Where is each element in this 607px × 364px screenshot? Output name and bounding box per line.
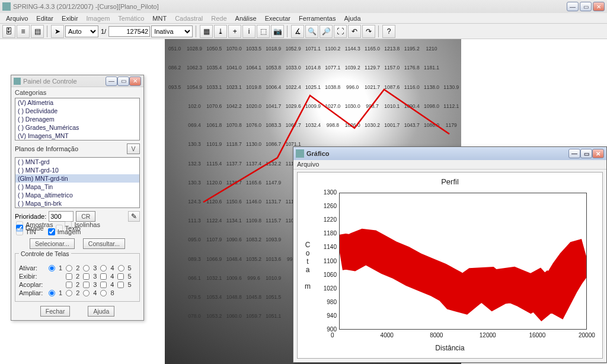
menu-ferramentas[interactable]: Ferramentas [295, 14, 339, 23]
list-item[interactable]: (V) Altimetria [15, 98, 139, 107]
menu-análise[interactable]: Análise [232, 14, 260, 23]
zoom-area-icon[interactable]: ⬚ [257, 25, 270, 38]
anchor-down-icon[interactable]: ⤓ [214, 25, 227, 38]
ampliar-8[interactable] [100, 290, 107, 296]
close-button[interactable]: ✕ [593, 2, 605, 11]
cr-button[interactable]: CR [76, 211, 95, 222]
grid-value: 130.3 [184, 135, 204, 154]
grid-value: 1048.4 [224, 250, 244, 269]
help-icon[interactable]: ? [382, 25, 395, 38]
menu-temático[interactable]: Temático [114, 14, 148, 23]
layers-icon[interactable]: ≡ [17, 25, 30, 38]
list-item[interactable]: (V) Imagens_MNT [15, 132, 139, 140]
acoplar-4[interactable] [100, 282, 107, 288]
grid-value: 1020.0 [244, 97, 263, 116]
grid-value: 1045.8 [244, 288, 263, 306]
acoplar-3[interactable] [83, 282, 90, 288]
info-icon[interactable]: i [242, 25, 255, 38]
ativar-3[interactable] [83, 265, 90, 272]
menu-ajuda[interactable]: Ajuda [340, 14, 364, 23]
grid-value: 1077.1 [323, 58, 343, 77]
list-item[interactable]: ( ) MNT-grd-10 [15, 166, 139, 174]
menu-exibir[interactable]: Exibir [58, 14, 82, 23]
chart-minimize[interactable]: — [568, 149, 580, 158]
zoom-full-icon[interactable]: ⛶ [334, 25, 347, 38]
acoplar-2[interactable] [66, 282, 72, 288]
list-item[interactable]: ( ) Drenagem [15, 115, 139, 123]
undo-icon[interactable]: ↶ [348, 25, 361, 38]
menu-rede[interactable]: Rede [207, 14, 230, 23]
selecionar-button[interactable]: Selecionar... [30, 238, 75, 249]
menu-imagem[interactable]: Imagem [83, 14, 114, 23]
panel-close[interactable]: ✕ [129, 76, 141, 86]
zoom-out-icon[interactable]: 🔎 [320, 25, 333, 38]
grid-icon[interactable]: ▦ [200, 25, 213, 38]
panel-maximize[interactable]: ▭ [117, 76, 129, 86]
ampliar-4[interactable] [83, 290, 90, 296]
measure-icon[interactable]: ∡ [291, 25, 304, 38]
menu-cadastral[interactable]: Cadastral [171, 14, 206, 23]
list-item[interactable]: ( ) MNT-grd [15, 158, 139, 166]
status-select[interactable]: Inativa [151, 25, 193, 37]
prioridade-input[interactable] [49, 211, 74, 222]
categories-list[interactable]: (V) Altimetria( ) Declividade( ) Drenage… [15, 98, 140, 141]
grid-value: 089.3 [184, 250, 204, 269]
minimize-button[interactable]: — [567, 2, 579, 11]
exibir-2[interactable] [66, 273, 72, 280]
menu-mnt[interactable]: MNT [149, 14, 170, 23]
mode-select[interactable]: Auto [65, 25, 98, 37]
list-item[interactable]: ( ) Declividade [15, 107, 139, 115]
fechar-button[interactable]: Fechar [40, 306, 71, 317]
cb-tin[interactable]: TIN [16, 228, 36, 235]
ativar-2[interactable] [66, 265, 72, 272]
grid-value: 1048.8 [224, 288, 244, 306]
ampliar-1[interactable] [49, 290, 55, 296]
maximize-button[interactable]: ▭ [580, 2, 592, 11]
redo-icon[interactable]: ↷ [362, 25, 375, 38]
list-item[interactable]: ( ) Mapa_tin-brk [15, 199, 139, 207]
ativar-5[interactable] [118, 265, 124, 272]
menu-executar[interactable]: Executar [261, 14, 294, 23]
list-item[interactable]: (Glm) MNT-grd-tin [15, 174, 139, 183]
acoplar-5[interactable] [117, 282, 124, 288]
ativar-4[interactable] [100, 265, 107, 272]
ytick: 1180 [324, 230, 337, 237]
exibir-4[interactable] [100, 273, 107, 280]
planos-list[interactable]: ( ) MNT-grd( ) MNT-grd-10(Glm) MNT-grd-t… [15, 157, 140, 208]
list-item[interactable]: ( ) Grades_Numéricas [15, 123, 139, 132]
grid-value: 1026.0 [343, 116, 362, 135]
scale-input[interactable] [108, 26, 150, 37]
cb-imagem[interactable]: Imagem [48, 228, 81, 235]
menu-editar[interactable]: Editar [33, 14, 57, 23]
camera-icon[interactable]: 📷 [271, 25, 284, 38]
chart-close[interactable]: ✕ [592, 149, 604, 158]
menu-arquivo[interactable]: Arquivo [2, 14, 31, 23]
list-item[interactable]: ( ) Mapa_altimetrico [15, 191, 139, 199]
ajuda-button[interactable]: Ajuda [88, 306, 114, 317]
grid-value [165, 288, 184, 306]
grid-value: 1070.0 [224, 39, 244, 58]
consultar-button[interactable]: Consultar... [83, 238, 125, 249]
grid-value: 1018.9 [264, 39, 283, 58]
panel-icon[interactable]: ▤ [31, 25, 44, 38]
pi-toggle-button[interactable]: V [127, 143, 140, 154]
grid-value: 1134.1 [224, 211, 244, 230]
chart-app-icon [296, 149, 304, 158]
pointer-icon[interactable]: ➤ [51, 25, 64, 38]
panel-minimize[interactable]: — [106, 76, 117, 86]
ativar-1[interactable] [49, 265, 55, 272]
ampliar-row: Ampliar: 1 2 4 8 [19, 289, 136, 296]
chart-maximize[interactable]: ▭ [580, 149, 592, 158]
ampliar-2[interactable] [66, 290, 72, 296]
exibir-5[interactable] [117, 273, 124, 280]
zoom-in-icon[interactable]: 🔍 [305, 25, 318, 38]
grid-value: 1213.8 [382, 39, 402, 58]
plus-icon[interactable]: + [228, 25, 241, 38]
chart-menu-arquivo[interactable]: Arquivo [297, 161, 319, 168]
list-item[interactable]: ( ) Mapa_Tin [15, 183, 139, 191]
grid-value: 1010.9 [264, 269, 283, 288]
edit-icon[interactable]: ✎ [128, 211, 140, 222]
db-icon[interactable]: 🗄 [2, 25, 15, 38]
exibir-3[interactable] [83, 273, 90, 280]
grid-value: 1122.4 [205, 211, 224, 230]
